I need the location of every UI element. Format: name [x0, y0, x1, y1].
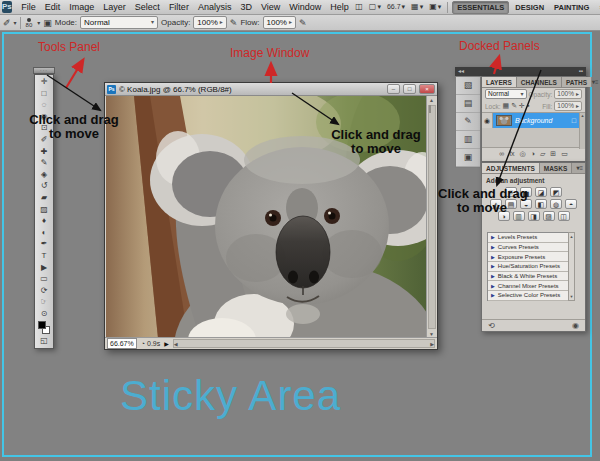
rotate-view-tool[interactable]: ⟳ [35, 285, 53, 297]
layers-panel-action-icon[interactable]: ∞ [499, 148, 504, 159]
expand-triangle-icon[interactable]: ▶ [491, 244, 495, 250]
tab-paths[interactable]: PATHS [562, 77, 592, 87]
adjustment-icon[interactable]: ◧ [535, 199, 547, 209]
tab-channels[interactable]: CHANNELS [517, 77, 562, 87]
blend-mode-select[interactable]: Normal▾ [80, 16, 158, 29]
tab-layers[interactable]: LAYERS [482, 77, 517, 87]
layer-opacity-field[interactable]: 100%▸ [554, 89, 582, 99]
adjustment-icon[interactable]: ◓ [565, 199, 577, 209]
menu-item[interactable]: Filter [164, 0, 193, 14]
zoom-tool[interactable]: ⊙ [35, 308, 53, 320]
tools-panel-grip[interactable]: ··· [33, 67, 55, 74]
lock-option-icon[interactable]: ▪ [527, 102, 529, 110]
airbrush-toggle-icon[interactable]: ✎ [299, 18, 307, 28]
layers-panel-action-icon[interactable]: ▭ [561, 148, 568, 159]
expand-triangle-icon[interactable]: ▶ [491, 292, 495, 298]
quick-mask-button[interactable]: ◱ [35, 336, 53, 347]
eraser-tool[interactable]: ▰ [35, 192, 53, 204]
flow-field[interactable]: 100%▸ [263, 16, 296, 29]
expanded-view-icon[interactable]: ◉ [572, 321, 579, 330]
brush-tool-icon[interactable]: ✐ [3, 18, 11, 28]
adjustment-icon[interactable]: ◩ [550, 187, 562, 197]
expand-triangle-icon[interactable]: ▶ [491, 254, 495, 260]
brush-preset-picker[interactable]: 80 [24, 18, 35, 28]
preset-row[interactable]: ▶ Exposure Presets [488, 252, 574, 262]
lock-option-icon[interactable]: ▦ [503, 102, 510, 110]
menu-item[interactable]: Select [130, 0, 164, 14]
menu-item[interactable]: 3D [236, 0, 257, 14]
document-minimize-button[interactable]: – [387, 84, 400, 94]
layers-panel-action-icon[interactable]: ▱ [540, 148, 545, 159]
rectangle-tool[interactable]: ▭ [35, 273, 53, 285]
gradient-tool[interactable]: ▨ [35, 204, 53, 216]
collapsed-panel-icon[interactable]: ✎ [456, 113, 480, 131]
menu-item[interactable]: Window [285, 0, 326, 14]
workspace-essentials-button[interactable]: ESSENTIALS [452, 1, 509, 14]
menu-item[interactable]: Image [65, 0, 99, 14]
scroll-right-icon[interactable]: ▶ [430, 341, 434, 347]
tab-adjustments[interactable]: ADJUSTMENTS [482, 163, 540, 173]
clone-stamp-tool[interactable]: ◈ [35, 169, 53, 181]
move-tool[interactable]: ✛ [35, 76, 53, 88]
layer-row-background[interactable]: ◉ Background □ [482, 113, 579, 128]
adjustment-icon[interactable]: ◍ [550, 199, 562, 209]
tool-preset-dropdown[interactable]: ▾ [14, 19, 17, 26]
preset-row[interactable]: ▶ Channel Mixer Presets [488, 281, 574, 291]
preset-row[interactable]: ▶ Levels Presets [488, 233, 574, 243]
dock-options-icon[interactable]: ▪▪ [579, 67, 583, 76]
preset-row[interactable]: ▶ Selective Color Presets [488, 291, 574, 301]
dock-header-grip[interactable]: ◂◂ ▪▪ [455, 67, 586, 76]
adjustment-icon[interactable]: ◪ [535, 187, 547, 197]
workspace-overflow-button[interactable]: » [595, 2, 600, 13]
lock-option-icon[interactable]: ✎ [511, 102, 517, 110]
type-tool[interactable]: T [35, 250, 53, 262]
arrange-documents-button[interactable]: ▦▾ [409, 1, 425, 13]
preset-row[interactable]: ▶ Hue/Saturation Presets [488, 262, 574, 272]
expand-triangle-icon[interactable]: ▶ [491, 263, 495, 269]
menu-item[interactable]: Layer [99, 0, 131, 14]
preset-row[interactable]: ▶ Black & White Presets [488, 272, 574, 282]
horizontal-scroll-track[interactable] [178, 340, 430, 347]
workspace-design-button[interactable]: DESIGN [511, 2, 548, 13]
scroll-down-icon[interactable]: ▼ [569, 294, 574, 299]
scroll-up-icon[interactable]: ▲ [569, 234, 574, 239]
adjustment-icon[interactable]: ◨ [528, 211, 540, 221]
image-window-titlebar[interactable]: Ps © Koala.jpg @ 66.7% (RGB/8#) – □ × [105, 83, 437, 96]
menu-item[interactable]: Edit [40, 0, 65, 14]
presets-scrollbar[interactable]: ▲ ▼ [568, 232, 575, 301]
horizontal-scrollbar[interactable]: ◀ ▶ [173, 339, 435, 348]
preset-row[interactable]: ▶ Curves Presets [488, 243, 574, 253]
pen-tool[interactable]: ✒ [35, 238, 53, 250]
panel-menu-icon[interactable]: ▾≡ [576, 163, 585, 173]
layers-panel-action-icon[interactable]: ⊞ [550, 148, 556, 159]
brush-tool[interactable]: ✎ [35, 157, 53, 169]
expand-triangle-icon[interactable]: ▶ [491, 234, 495, 240]
layers-panel-action-icon[interactable]: ◑ [531, 148, 535, 159]
collapse-panels-icon[interactable]: ◂◂ [458, 67, 464, 76]
layer-visibility-eye-icon[interactable]: ◉ [482, 113, 493, 128]
history-brush-tool[interactable]: ↺ [35, 180, 53, 192]
airbrush-icon[interactable]: ✎ [230, 18, 238, 28]
rectangular-marquee-tool[interactable]: □ [35, 88, 53, 100]
vertical-scroll-track[interactable] [428, 105, 436, 329]
adjustment-icon[interactable]: ▨ [543, 211, 555, 221]
toggle-brush-panel-icon[interactable]: ▣ [43, 18, 52, 28]
blur-tool[interactable]: ♦ [35, 215, 53, 227]
expand-triangle-icon[interactable]: ▶ [491, 283, 495, 289]
blend-mode-select[interactable]: Normal▾ [485, 89, 527, 99]
collapsed-panel-icon[interactable]: ▧ [456, 77, 480, 95]
expand-triangle-icon[interactable]: ▶ [491, 273, 495, 279]
vertical-scrollbar[interactable]: ▲ ▼ [426, 96, 436, 338]
vertical-scroll-thumb[interactable] [429, 105, 431, 113]
layer-fill-field[interactable]: 100%▸ [554, 101, 582, 111]
spot-healing-brush-tool[interactable]: ✚ [35, 146, 53, 158]
workspace-painting-button[interactable]: PAINTING [550, 2, 593, 13]
opacity-field[interactable]: 100%▸ [193, 16, 226, 29]
status-zoom-field[interactable]: 66.67% [107, 338, 137, 349]
path-selection-tool[interactable]: ▶ [35, 262, 53, 274]
lock-option-icon[interactable]: ✛ [519, 102, 525, 110]
document-restore-button[interactable]: □ [403, 84, 416, 94]
screen-mode-button[interactable]: ▣▾ [427, 1, 443, 13]
foreground-color-swatch[interactable] [38, 321, 46, 329]
collapsed-panel-icon[interactable]: ▣ [456, 149, 480, 167]
